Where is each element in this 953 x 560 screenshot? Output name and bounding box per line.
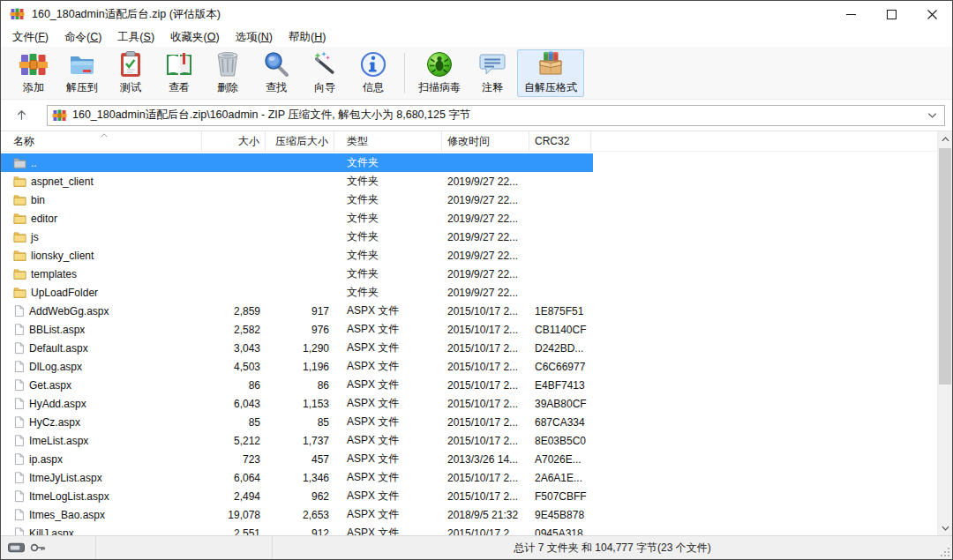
file-name: editor [31, 213, 57, 225]
file-name-cell: KillJ.aspx [6, 526, 202, 535]
file-name-cell: editor [6, 213, 202, 225]
file-size: 85 [202, 416, 266, 429]
file-packed-size: 1,737 [266, 435, 334, 447]
file-icon [13, 304, 25, 317]
column-header-crc32[interactable]: CRC32 [529, 131, 591, 151]
file-row[interactable]: ip.aspx723457ASPX 文件2013/3/26 14...A7026… [1, 450, 593, 468]
scroll-up-icon[interactable] [938, 131, 952, 146]
file-type: 文件夹 [334, 211, 442, 226]
toolbar-label: 信息 [363, 80, 384, 95]
file-name-cell: bin [6, 194, 202, 206]
file-row[interactable]: ItmeLogList.aspx2,494962ASPX 文件2015/10/1… [1, 487, 593, 505]
file-row[interactable]: lionsky_client文件夹2019/9/27 22... [1, 246, 593, 265]
file-type: 文件夹 [334, 155, 442, 170]
file-name: BBList.aspx [29, 324, 85, 336]
menu-item-help[interactable]: 帮助(H) [281, 28, 334, 47]
file-row[interactable]: ItmeJyList.aspx6,0641,346ASPX 文件2015/10/… [1, 468, 593, 487]
toolbar-button-add[interactable]: 添加 [10, 49, 57, 97]
disk-icon[interactable] [8, 542, 25, 553]
file-row[interactable]: editor文件夹2019/9/27 22... [1, 209, 593, 228]
file-row[interactable]: DlLog.aspx4,5031,196ASPX 文件2015/10/17 2.… [1, 357, 593, 376]
file-name-cell: Get.aspx [6, 378, 202, 392]
toolbar-label: 查看 [169, 80, 190, 95]
file-name: aspnet_client [31, 175, 94, 188]
file-row[interactable]: ..文件夹 [1, 153, 593, 172]
vertical-scrollbar[interactable] [937, 131, 952, 535]
file-row[interactable]: Get.aspx8686ASPX 文件2015/10/17 2...E4BF74… [1, 376, 593, 394]
file-modified: 2015/10/17 2... [442, 324, 529, 336]
menu-item-favorites[interactable]: 收藏夹(O) [162, 28, 228, 47]
file-size: 3,043 [202, 342, 266, 355]
minimize-button[interactable] [830, 1, 871, 27]
toolbar-button-info[interactable]: 信息 [349, 49, 397, 97]
file-name: bin [31, 194, 45, 206]
file-size: 2,859 [202, 305, 266, 317]
toolbar-button-wizard[interactable]: 向导 [301, 49, 349, 97]
file-type: ASPX 文件 [334, 433, 442, 448]
winrar-archive-icon [52, 108, 67, 123]
file-name: Get.aspx [29, 379, 71, 392]
file-icon [13, 489, 25, 503]
file-size: 6,043 [202, 398, 266, 410]
menu-item-tools[interactable]: 工具(S) [109, 28, 162, 47]
scrollbar-thumb[interactable] [939, 148, 951, 385]
file-row[interactable]: KillJ.aspx2,551912ASPX 文件2015/10/17 2...… [1, 524, 593, 535]
file-row[interactable]: bin文件夹2019/9/27 22... [1, 190, 593, 209]
file-icon [13, 323, 25, 336]
file-row[interactable]: js文件夹2019/9/27 22... [1, 228, 593, 246]
toolbar-button-view[interactable]: 查看 [155, 49, 203, 97]
file-type: ASPX 文件 [334, 470, 442, 485]
menu-item-command[interactable]: 命令(C) [56, 28, 109, 47]
column-header-name[interactable]: 名称 [6, 131, 202, 151]
chevron-down-icon[interactable] [927, 112, 937, 119]
column-header-modified[interactable]: 修改时间 [442, 131, 529, 151]
menu-item-file[interactable]: 文件(F) [4, 28, 56, 47]
column-header-packed[interactable]: 压缩后大小 [266, 131, 334, 151]
file-list-body: ..文件夹aspnet_client文件夹2019/9/27 22...bin文… [1, 152, 937, 535]
file-row[interactable]: ImeList.aspx5,2121,737ASPX 文件2015/10/17 … [1, 431, 593, 450]
file-modified: 2013/3/26 14... [442, 453, 529, 466]
file-name-cell: Itmes_Bao.aspx [6, 508, 202, 521]
file-row[interactable]: Default.aspx3,0431,290ASPX 文件2015/10/17 … [1, 339, 593, 357]
file-modified: 2015/10/17 2... [442, 379, 529, 392]
toolbar-button-extract-to[interactable]: 解压到 [58, 49, 106, 97]
file-row[interactable]: templates文件夹2019/9/27 22... [1, 265, 593, 283]
file-row[interactable]: aspnet_client文件夹2019/9/27 22... [1, 172, 593, 190]
toolbar-label: 解压到 [66, 80, 98, 95]
file-row[interactable]: BBList.aspx2,582976ASPX 文件2015/10/17 2..… [1, 320, 593, 339]
up-one-level-button[interactable] [8, 105, 34, 126]
menu-bar: 文件(F)命令(C)工具(S)收藏夹(O)选项(N)帮助(H) [1, 27, 952, 47]
file-crc32: E4BF7413 [529, 379, 591, 392]
file-row[interactable]: AddWebGg.aspx2,859917ASPX 文件2015/10/17 2… [1, 302, 593, 320]
toolbar-button-find[interactable]: 查找 [252, 49, 300, 97]
resize-grip[interactable] [940, 547, 950, 557]
window-title: 160_180admin适配后台.zip (评估版本) [32, 7, 830, 22]
toolbar-button-delete[interactable]: 删除 [204, 49, 251, 97]
toolbar-label: 注释 [482, 80, 503, 95]
file-name-cell: Default.aspx [6, 341, 202, 355]
toolbar-button-test[interactable]: 测试 [107, 49, 154, 97]
scroll-down-icon[interactable] [938, 520, 952, 535]
maximize-button[interactable] [871, 1, 912, 27]
file-name-cell: DlLog.aspx [6, 360, 202, 373]
file-row[interactable]: UpLoadFolder文件夹2019/9/27 22... [1, 283, 593, 302]
menu-item-options[interactable]: 选项(N) [228, 28, 281, 47]
file-row[interactable]: Itmes_Bao.aspx19,0782,653ASPX 文件2018/9/5… [1, 505, 593, 524]
column-header-type[interactable]: 类型 [334, 131, 442, 151]
file-packed-size: 976 [266, 324, 334, 336]
file-modified: 2015/10/17 2... [442, 435, 529, 447]
folder-icon [13, 250, 26, 261]
archive-path-combobox[interactable]: 160_180admin适配后台.zip\160admin - ZIP 压缩文件… [47, 105, 945, 126]
file-type: ASPX 文件 [334, 303, 442, 318]
file-row[interactable]: HyAdd.aspx6,0431,153ASPX 文件2015/10/17 2.… [1, 394, 593, 413]
toolbar-button-comment[interactable]: 注释 [469, 49, 516, 97]
column-header-size[interactable]: 大小 [202, 131, 266, 151]
toolbar-button-scan-virus[interactable]: 扫描病毒 [411, 49, 468, 97]
key-icon[interactable] [30, 542, 46, 553]
file-row[interactable]: HyCz.aspx8585ASPX 文件2015/10/17 2...687CA… [1, 413, 593, 431]
file-type: ASPX 文件 [334, 359, 442, 374]
file-icon [13, 471, 25, 484]
file-size: 2,551 [202, 527, 266, 536]
toolbar-button-sfx[interactable]: 自解压格式 [517, 49, 584, 97]
close-button[interactable] [912, 1, 952, 27]
